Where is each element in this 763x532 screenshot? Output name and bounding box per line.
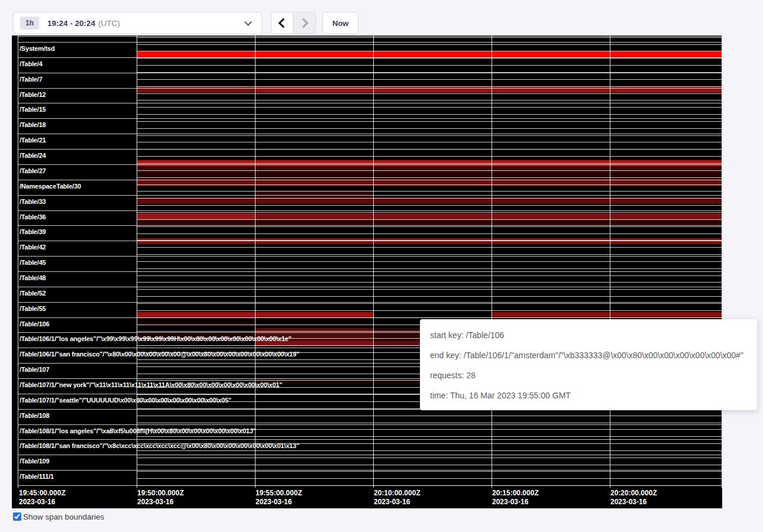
chevron-right-icon — [298, 18, 308, 28]
row-label: /Table/21 — [20, 137, 46, 144]
span-boundary-line — [137, 79, 722, 80]
span-boundary-line — [18, 225, 722, 226]
span-boundary-line — [137, 254, 722, 255]
span-boundary-line — [137, 93, 722, 94]
tooltip-requests: requests: 28 — [430, 369, 747, 381]
row-label: /Table/111/1 — [20, 473, 54, 481]
span-boundary-line — [18, 424, 722, 425]
span-boundary-line — [18, 439, 722, 440]
span-boundary-line — [137, 177, 722, 178]
span-boundary-line — [18, 149, 722, 150]
now-button[interactable]: Now — [322, 12, 358, 34]
row-label: /Table/24 — [20, 152, 46, 160]
heat-band — [137, 179, 722, 186]
key-visualizer-heatmap[interactable]: /System/tsd/Table/4/Table/7/Table/12/Tab… — [12, 35, 722, 508]
x-axis-tick-date: 2023-03-16 — [492, 498, 528, 506]
x-axis-tick-time: 20:20:00.000Z — [610, 489, 657, 497]
span-boundary-line — [18, 73, 722, 73]
span-boundary-line — [137, 268, 722, 269]
row-label: /Table/42 — [20, 244, 46, 251]
span-boundary-line — [137, 142, 722, 142]
span-boundary-line — [137, 51, 722, 51]
span-boundary-line — [137, 478, 722, 479]
row-label: /Table/106/1/"los angeles"/"\x99\x99\x99… — [20, 335, 292, 343]
row-label: /NamespaceTable/30 — [20, 183, 81, 190]
show-span-boundaries-label: Show span boundaries — [23, 512, 104, 522]
span-boundary-line — [137, 191, 722, 192]
show-span-boundaries-checkbox[interactable] — [13, 512, 21, 521]
timezone-text: (UTC) — [98, 19, 120, 28]
row-label: /Table/109 — [20, 458, 49, 465]
row-label: /Table/12 — [20, 91, 46, 99]
column-boundary-line — [255, 35, 256, 488]
span-boundary-line — [18, 210, 722, 211]
column-boundary-line — [373, 35, 374, 488]
span-boundary-line — [137, 303, 722, 304]
row-label: /Table/55 — [20, 305, 46, 313]
row-label: /Table/107/1/"seattle"/"UUUUUUD\x00\x80\… — [20, 397, 231, 404]
x-axis-tick-date: 2023-03-16 — [256, 498, 292, 506]
span-boundary-line — [18, 317, 722, 318]
row-label: /Table/45 — [20, 259, 46, 267]
span-boundary-line — [137, 465, 722, 465]
next-time-button[interactable] — [293, 12, 316, 34]
span-boundary-line — [18, 271, 722, 272]
span-boundary-line — [137, 247, 722, 248]
span-boundary-line — [18, 134, 722, 134]
span-boundary-line — [137, 296, 722, 297]
heat-band — [137, 166, 722, 173]
heat-band — [255, 213, 722, 219]
row-label: /Table/4 — [20, 60, 43, 68]
span-boundary-line — [137, 261, 722, 262]
row-label: /Table/18 — [20, 121, 46, 129]
row-label: /System/tsd — [20, 45, 55, 53]
span-boundary-line — [18, 241, 722, 241]
span-boundary-line — [137, 310, 722, 311]
show-span-boundaries-control: Show span boundaries — [13, 512, 104, 522]
column-boundary-line — [18, 35, 18, 488]
heat-band — [137, 51, 722, 57]
span-boundary-line — [137, 100, 722, 100]
row-label: /Table/108/1/"san francisco"/"\x8c\xcc\x… — [20, 442, 299, 450]
span-boundary-line — [137, 458, 722, 458]
span-boundary-line — [18, 455, 722, 455]
span-boundary-line — [137, 233, 722, 234]
span-boundary-line — [18, 302, 722, 303]
span-boundary-line — [137, 121, 722, 122]
x-axis-tick-time: 19:55:00.000Z — [256, 489, 302, 497]
column-boundary-line — [492, 35, 492, 488]
x-axis-tick-date: 2023-03-16 — [137, 498, 173, 506]
span-boundary-line — [18, 42, 722, 43]
tooltip-start-key: start key: /Table/106 — [430, 329, 747, 341]
row-label: /Table/7 — [20, 76, 43, 83]
span-boundary-line — [137, 163, 722, 164]
span-boundary-line — [137, 65, 722, 66]
row-label: /Table/39 — [20, 228, 46, 236]
tooltip-time: time: Thu, 16 Mar 2023 19:55:00 GMT — [430, 390, 747, 401]
column-boundary-line — [610, 35, 610, 488]
time-nav-group — [271, 12, 316, 34]
span-boundary-line — [137, 58, 722, 59]
span-boundary-line — [18, 57, 722, 58]
time-preset-badge: 1h — [20, 17, 39, 30]
row-label: /Table/33 — [20, 198, 46, 206]
span-boundary-line — [137, 170, 722, 171]
row-label: /Table/106 — [20, 320, 49, 328]
previous-time-button[interactable] — [271, 12, 293, 34]
chevron-down-icon — [244, 18, 252, 26]
row-label: /Table/106/1/"san francisco"/"\x80\x00\x… — [20, 351, 299, 358]
span-boundary-line — [18, 195, 722, 196]
span-boundary-line — [18, 103, 722, 103]
span-boundary-line — [18, 88, 722, 89]
time-range-selector[interactable]: 1h 19:24 - 20:24 (UTC) — [13, 12, 262, 34]
row-label: /Table/108 — [20, 412, 49, 420]
column-boundary-line — [722, 35, 722, 488]
span-boundary-line — [18, 470, 722, 471]
key-visualizer-page: { "toolbar": { "time_preset": "1h", "tim… — [0, 0, 763, 532]
span-boundary-line — [137, 450, 722, 451]
chevron-left-icon — [279, 18, 289, 28]
time-range-text: 19:24 - 20:24 — [47, 19, 95, 28]
x-axis-tick-date: 2023-03-16 — [374, 498, 410, 506]
span-boundary-line — [137, 289, 722, 290]
span-boundary-line — [137, 226, 722, 227]
